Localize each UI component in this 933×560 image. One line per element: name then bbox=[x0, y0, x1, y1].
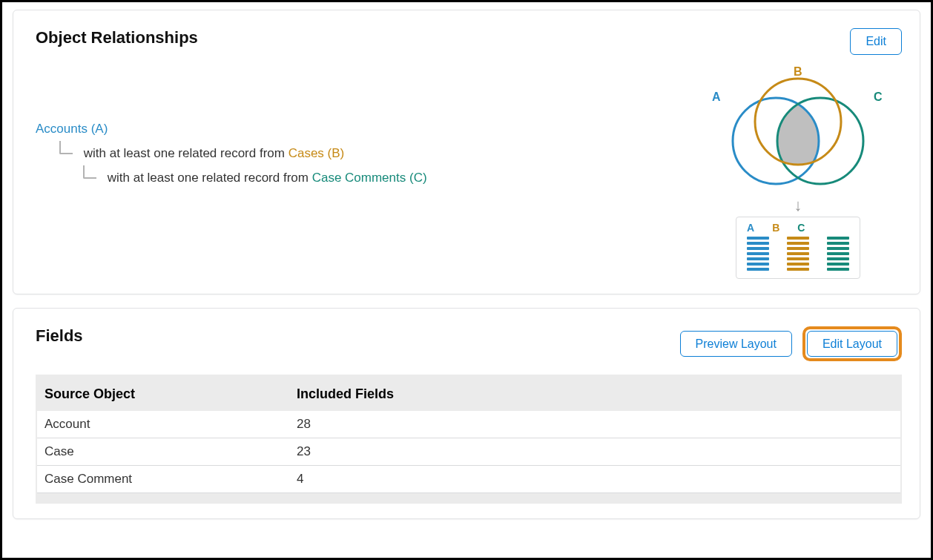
cell-source: Account bbox=[44, 417, 297, 432]
stripes-c-icon bbox=[827, 237, 849, 271]
venn-label-a: A bbox=[712, 90, 721, 104]
tree-elbow-icon bbox=[83, 165, 96, 179]
tree-lvl1-link[interactable]: Cases (B) bbox=[289, 146, 345, 160]
cell-source: Case Comment bbox=[44, 472, 297, 487]
edit-button[interactable]: Edit bbox=[850, 28, 902, 55]
venn-svg-icon bbox=[709, 70, 887, 196]
cell-included: 28 bbox=[297, 417, 893, 432]
venn-label-b: B bbox=[794, 65, 802, 79]
object-relationships-title: Object Relationships bbox=[36, 28, 198, 47]
stripes-b-icon bbox=[787, 237, 809, 271]
table-row: Case 23 bbox=[37, 438, 900, 466]
edit-layout-highlight: Edit Layout bbox=[802, 326, 902, 362]
col-included-header: Included Fields bbox=[297, 386, 893, 402]
cell-included: 23 bbox=[297, 444, 893, 459]
edit-layout-button[interactable]: Edit Layout bbox=[807, 331, 897, 358]
tree-level-2: with at least one related record from Ca… bbox=[83, 168, 665, 185]
fields-actions: Preview Layout Edit Layout bbox=[680, 326, 902, 362]
object-relationships-card: Object Relationships Edit Accounts (A) w… bbox=[13, 10, 920, 294]
tree-level-1: with at least one related record from Ca… bbox=[59, 144, 665, 161]
object-relationships-body: Accounts (A) with at least one related r… bbox=[36, 70, 902, 279]
col-source-header: Source Object bbox=[44, 386, 297, 402]
mini-table-icon: A B C bbox=[736, 217, 860, 279]
stripes-a-icon bbox=[747, 237, 769, 271]
cell-included: 4 bbox=[297, 472, 893, 487]
tree-elbow-icon bbox=[59, 141, 73, 154]
object-relationships-header: Object Relationships Edit bbox=[36, 28, 902, 55]
mini-head-c: C bbox=[797, 222, 805, 234]
fields-header: Fields Preview Layout Edit Layout bbox=[36, 326, 902, 362]
fields-title: Fields bbox=[36, 326, 83, 346]
table-row: Account 28 bbox=[37, 411, 900, 438]
relationship-tree: Accounts (A) with at least one related r… bbox=[36, 70, 665, 279]
fields-table-head: Source Object Included Fields bbox=[37, 376, 900, 411]
venn-label-c: C bbox=[874, 90, 883, 104]
tree-lvl2-prefix: with at least one related record from bbox=[108, 171, 312, 185]
fields-table: Source Object Included Fields Account 28… bbox=[36, 375, 902, 504]
fields-card: Fields Preview Layout Edit Layout Source… bbox=[13, 308, 920, 520]
venn-diagram: B A C ↓ bbox=[694, 70, 902, 279]
tree-root-link[interactable]: Accounts (A) bbox=[36, 122, 108, 136]
tree-lvl1-prefix: with at least one related record from bbox=[84, 146, 289, 160]
mini-head-a: A bbox=[747, 222, 754, 234]
cell-source: Case bbox=[44, 444, 297, 459]
tree-lvl2-link[interactable]: Case Comments (C) bbox=[312, 171, 427, 185]
table-row: Case Comment 4 bbox=[37, 466, 900, 493]
mini-head-b: B bbox=[772, 222, 779, 234]
arrow-down-icon: ↓ bbox=[694, 197, 902, 214]
preview-layout-button[interactable]: Preview Layout bbox=[680, 331, 792, 358]
